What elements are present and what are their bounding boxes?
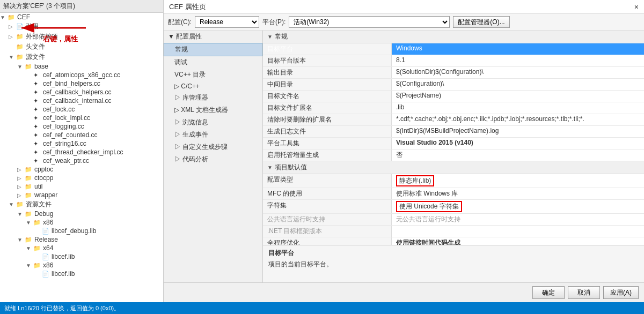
tree-item[interactable]: ▼📁源文件 bbox=[0, 52, 163, 62]
tree-item-label: libcef_debug.lib bbox=[52, 227, 96, 235]
close-icon[interactable]: × bbox=[634, 3, 639, 11]
tree-item[interactable]: ▷📁ctocpp bbox=[0, 174, 163, 182]
tree-item[interactable]: ▼📁Release bbox=[0, 235, 163, 244]
tree-item[interactable]: ▼📁x64 bbox=[0, 244, 163, 252]
prop-row[interactable]: 启用托管增量生成否 bbox=[263, 149, 644, 161]
tree-arrow-icon: ▼ bbox=[26, 245, 33, 251]
dialog-body: ▼ 配置属性常规调试VC++ 目录▷ C/C++▷ 库管理器▷ XML 文档生成… bbox=[164, 31, 644, 282]
prop-row[interactable]: 目标平台版本8.1 bbox=[263, 55, 644, 67]
tree-node-icon: 📁 bbox=[16, 54, 25, 61]
tree-node-icon: 📁 bbox=[16, 43, 25, 50]
prop-row[interactable]: 目标文件名$(ProjectName) bbox=[263, 91, 644, 102]
prop-desc-text: 项目的当前目标平台。 bbox=[268, 260, 639, 269]
prop-row[interactable]: MFC 的使用使用标准 Windows 库 bbox=[263, 188, 644, 200]
prop-tree-item[interactable]: VC++ 目录 bbox=[164, 69, 262, 81]
tree-item[interactable]: ▼📁x86 bbox=[0, 218, 163, 227]
prop-row[interactable]: 目标文件扩展名.lib bbox=[263, 102, 644, 114]
prop-row[interactable]: 生成日志文件$(IntDir)$(MSBuildProjectName).log bbox=[263, 126, 644, 138]
tree-item[interactable]: ▼📁x86 bbox=[0, 261, 163, 270]
tree-item[interactable]: ▷📁外部依赖项 bbox=[0, 32, 163, 42]
tree-item[interactable]: 📁头文件 bbox=[0, 42, 163, 52]
tree-item[interactable]: ▷📄引用 bbox=[0, 21, 163, 32]
tree-item[interactable]: ✦cef_atomicops_x86_gcc.cc bbox=[0, 71, 163, 79]
prop-value: $(IntDir)$(MSBuildProjectName).log bbox=[392, 126, 644, 137]
tree-item-label: libcef.lib bbox=[52, 270, 75, 278]
prop-row[interactable]: 全程序优化使用链接时间代码生成 bbox=[263, 237, 644, 245]
tree-item-label: Debug bbox=[34, 210, 53, 218]
prop-name: 配置类型 bbox=[263, 174, 392, 188]
tree-item[interactable]: ✦cef_callback_helpers.cc bbox=[0, 88, 163, 96]
tree-arrow-icon: ▼ bbox=[9, 201, 16, 207]
prop-tree-item[interactable]: ▷ 浏览信息 bbox=[164, 116, 262, 129]
prop-row[interactable]: 公共语言运行时支持无公共语言运行时支持 bbox=[263, 214, 644, 226]
config-select[interactable]: Release bbox=[195, 16, 259, 28]
tree-item[interactable]: 📄libcef.lib bbox=[0, 252, 163, 261]
tree-item[interactable]: ▼📁资源文件 bbox=[0, 199, 163, 210]
ok-button[interactable]: 确定 bbox=[532, 286, 565, 299]
tree-item-label: cef_logging.cc bbox=[43, 123, 84, 130]
tree-item[interactable]: ▷📁wrapper bbox=[0, 191, 163, 199]
prop-row[interactable]: 字符集使用 Unicode 字符集 bbox=[263, 200, 644, 214]
prop-row[interactable]: 清除时要删除的扩展名*.cdf;*.cache;*.obj;*.obj.enc;… bbox=[263, 114, 644, 126]
prop-value: 8.1 bbox=[392, 55, 644, 66]
tree-node-icon: 📄 bbox=[42, 228, 50, 235]
platform-select[interactable]: 活动(Win32) bbox=[289, 16, 450, 28]
prop-row[interactable]: 配置类型静态库(.lib) bbox=[263, 174, 644, 188]
tree-item-label: cef_thread_checker_impl.cc bbox=[43, 148, 123, 156]
prop-row[interactable]: 平台工具集Visual Studio 2015 (v140) bbox=[263, 138, 644, 149]
tree-item[interactable]: ▼📁CEF bbox=[0, 13, 163, 21]
prop-value: .lib bbox=[392, 102, 644, 114]
tree-item[interactable]: ✦cef_lock.cc bbox=[0, 105, 163, 114]
prop-name: 目标文件扩展名 bbox=[263, 102, 392, 114]
prop-section-header[interactable]: ▼项目默认值 bbox=[263, 161, 644, 174]
prop-tree-item[interactable]: 常规 bbox=[164, 43, 262, 56]
tree-item[interactable]: ✦cef_lock_impl.cc bbox=[0, 114, 163, 122]
tree-node-icon: ✦ bbox=[33, 80, 42, 87]
tree-item[interactable]: ✦cef_logging.cc bbox=[0, 122, 163, 131]
prop-value: 使用链接时间代码生成 bbox=[392, 237, 644, 245]
prop-tree-item[interactable]: ▷ 代码分析 bbox=[164, 153, 262, 166]
prop-name: 中间目录 bbox=[263, 79, 392, 90]
tree-node-icon: ✦ bbox=[33, 149, 42, 156]
apply-button[interactable]: 应用(A) bbox=[603, 286, 639, 299]
status-bar: 就绪 Ln16/20 行已替换，返回值为 0 (0x0)。 bbox=[0, 302, 644, 314]
tree-item[interactable]: ✦cef_callback_internal.cc bbox=[0, 96, 163, 105]
prop-row[interactable]: .NET 目标框架版本 bbox=[263, 226, 644, 237]
prop-tree-item[interactable]: ▼ 配置属性 bbox=[164, 31, 262, 43]
prop-tree-item[interactable]: ▷ C/C++ bbox=[164, 81, 262, 92]
prop-tree-item[interactable]: ▷ 生成事件 bbox=[164, 129, 262, 141]
tree-item[interactable]: ✦cef_string16.cc bbox=[0, 139, 163, 148]
prop-value: 使用标准 Windows 库 bbox=[392, 188, 644, 199]
prop-section-header[interactable]: ▼常规 bbox=[263, 31, 644, 43]
tree-item-label: cef_bind_helpers.cc bbox=[43, 80, 100, 87]
prop-name: 输出目录 bbox=[263, 67, 392, 78]
tree-item[interactable]: ✦cef_thread_checker_impl.cc bbox=[0, 148, 163, 156]
prop-tree-item[interactable]: ▷ 库管理器 bbox=[164, 92, 262, 104]
cancel-button[interactable]: 取消 bbox=[568, 286, 600, 299]
prop-tree-item[interactable]: ▷ XML 文档生成器 bbox=[164, 104, 262, 116]
prop-row[interactable]: 中间目录$(Configuration)\ bbox=[263, 79, 644, 91]
prop-value-boxed: 使用 Unicode 字符集 bbox=[396, 201, 462, 212]
tree-item[interactable]: ✦cef_bind_helpers.cc bbox=[0, 79, 163, 88]
property-grid: ▼常规目标平台Windows目标平台版本8.1输出目录$(SolutionDir… bbox=[263, 31, 644, 245]
tree-node-icon: ✦ bbox=[33, 132, 42, 139]
tree-item[interactable]: ▷📁util bbox=[0, 182, 163, 191]
prop-value: $(ProjectName) bbox=[392, 91, 644, 102]
tree-item[interactable]: ✦cef_ref_counted.cc bbox=[0, 131, 163, 139]
tree-item[interactable]: ▼📁Debug bbox=[0, 210, 163, 218]
config-manager-button[interactable]: 配置管理器(O)... bbox=[453, 16, 509, 28]
prop-row[interactable]: 目标平台Windows bbox=[263, 43, 644, 55]
prop-row[interactable]: 输出目录$(SolutionDir)$(Configuration)\ bbox=[263, 67, 644, 79]
prop-tree-item[interactable]: ▷ 自定义生成步骤 bbox=[164, 141, 262, 153]
prop-tree-item[interactable]: 调试 bbox=[164, 56, 262, 69]
tree-item[interactable]: 📄libcef_debug.lib bbox=[0, 227, 163, 235]
tree-item[interactable]: 📄libcef.lib bbox=[0, 270, 163, 278]
tree-node-icon: 📁 bbox=[25, 63, 33, 70]
tree-item[interactable]: ▼📁base bbox=[0, 62, 163, 71]
tree-item[interactable]: ✦cef_weak_ptr.cc bbox=[0, 156, 163, 165]
tree-node-icon: ✦ bbox=[33, 98, 42, 104]
tree-item-label: Release bbox=[34, 236, 58, 243]
tree-node-icon: ✦ bbox=[33, 140, 42, 147]
tree-arrow-icon: ▷ bbox=[17, 184, 25, 190]
tree-item[interactable]: ▷📁cpptoc bbox=[0, 165, 163, 174]
